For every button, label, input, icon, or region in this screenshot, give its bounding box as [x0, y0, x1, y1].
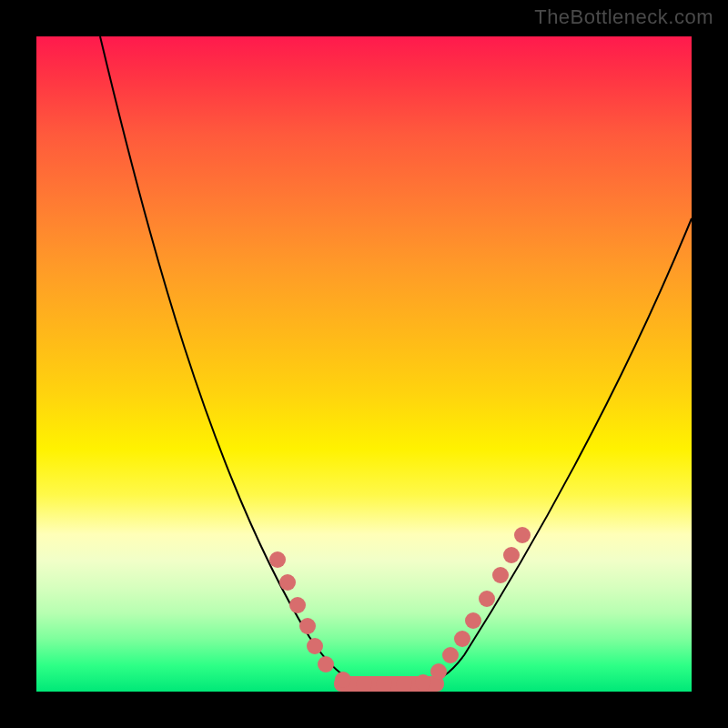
curve-marker — [503, 547, 520, 563]
curve-marker — [442, 647, 459, 663]
curve-marker — [430, 663, 447, 680]
curve-marker — [318, 656, 334, 672]
curve-marker — [299, 618, 316, 634]
bottleneck-curve — [100, 36, 692, 684]
curve-marker — [465, 612, 481, 629]
curve-marker — [479, 591, 495, 607]
curve-layer — [36, 36, 692, 692]
watermark-text: TheBottleneck.com — [534, 5, 713, 29]
curve-marker — [307, 638, 323, 654]
curve-markers — [269, 527, 531, 692]
curve-marker — [514, 527, 531, 543]
curve-marker — [335, 672, 351, 688]
curve-marker — [279, 574, 296, 591]
plot-area — [36, 36, 692, 692]
curve-marker — [415, 674, 431, 691]
curve-marker — [269, 551, 286, 568]
curve-marker — [289, 597, 306, 613]
curve-marker — [492, 567, 509, 583]
curve-marker — [454, 631, 470, 647]
chart-frame: TheBottleneck.com — [0, 0, 728, 728]
